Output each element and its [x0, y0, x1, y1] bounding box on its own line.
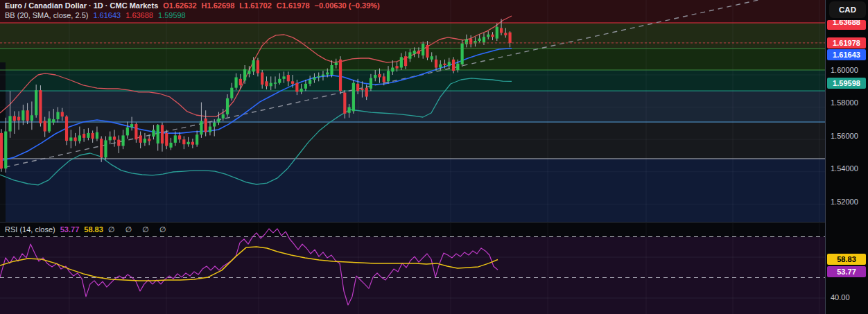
candle-body [383, 76, 385, 82]
candle-body [83, 134, 85, 138]
candle-body [100, 139, 103, 157]
candle-body [343, 93, 346, 114]
candle-body [257, 60, 259, 73]
currency-button[interactable]: CAD [829, 1, 866, 18]
symbol-title[interactable]: Euro / Canadian Dollar · 1D · CMC Market… [5, 1, 158, 10]
candle-body [52, 119, 55, 123]
candle-body [134, 124, 137, 139]
candle-body [496, 27, 498, 39]
rsi-pane-svg[interactable] [0, 223, 825, 314]
candle-body [117, 140, 120, 146]
candle-body [426, 45, 428, 58]
candle-body [161, 125, 164, 143]
rsi-ma-badge: 58.83 [827, 254, 866, 265]
candle-body [318, 76, 320, 78]
main-chart-svg[interactable] [0, 0, 825, 223]
price-tick-label: 1.52000 [831, 198, 858, 206]
price-axis[interactable]: CAD 1.600001.580001.560001.540001.520004… [825, 0, 868, 314]
candle-body [456, 64, 459, 70]
candle-body [278, 79, 281, 83]
candle-body [443, 64, 446, 65]
candle-body [339, 60, 342, 91]
price-zone [0, 159, 825, 223]
candle-body [157, 125, 159, 143]
candle-body [400, 57, 403, 67]
rsi-band-fill [0, 237, 825, 314]
rsi-ma-value: 58.83 [84, 225, 103, 234]
candle-body [121, 135, 124, 146]
pane-separator[interactable] [0, 222, 868, 223]
candle-body [209, 127, 211, 132]
bb-indicator-legend[interactable]: BB (20, SMA, close, 2.5) 1.61643 1.63688… [5, 11, 186, 20]
bb-middle-value: 1.61643 [93, 11, 121, 20]
candle-body [44, 121, 46, 131]
rsi-empty-values: ∅ ∅ ∅ ∅ [108, 225, 171, 234]
bb-middle-badge: 1.61643 [827, 49, 866, 60]
candle-body [87, 133, 89, 138]
candle-body [213, 123, 216, 127]
candle-body [200, 121, 202, 134]
candle-body [352, 83, 355, 112]
candle-body [234, 77, 237, 87]
candle-body [69, 137, 72, 141]
candle-body [395, 66, 398, 68]
candle-body [309, 80, 311, 84]
candle-body [370, 78, 372, 89]
candle-body [365, 88, 368, 97]
candle-body [239, 79, 242, 85]
rsi-indicator-legend[interactable]: RSI (14, close) 53.77 58.83 ∅ ∅ ∅ ∅ [5, 225, 170, 234]
candle-body [391, 68, 394, 72]
candle-body [148, 139, 150, 141]
candle-body [169, 143, 172, 148]
candle-body [21, 110, 24, 120]
candle-body [130, 124, 133, 128]
candle-body [152, 130, 155, 137]
candle-body [92, 133, 94, 139]
rsi-label[interactable]: RSI (14, close) [5, 225, 55, 234]
candle-body [439, 64, 442, 68]
last-price-badge: 1.61978 [827, 37, 866, 49]
symbol-legend[interactable]: Euro / Canadian Dollar · 1D · CMC Market… [5, 1, 380, 10]
candle-body [226, 98, 229, 114]
rsi-value-badge: 53.77 [827, 266, 866, 277]
candle-body [35, 90, 37, 115]
candle-body [187, 142, 190, 144]
candle-body [361, 89, 363, 90]
candle-body [335, 63, 338, 65]
candle-body [113, 137, 116, 140]
candle-body [65, 116, 68, 141]
candle-body [431, 56, 433, 60]
candle-body [487, 35, 489, 37]
candle-body [139, 135, 142, 142]
candle-body [0, 133, 3, 168]
candle-body [374, 75, 376, 78]
candle-body [31, 115, 33, 121]
trading-app: Euro / Canadian Dollar · 1D · CMC Market… [0, 0, 868, 314]
candle-body [313, 77, 315, 79]
candle-body [104, 140, 107, 157]
candle-body [26, 110, 29, 121]
candle-body [322, 75, 324, 76]
bb-upper-badge: 1.63688 [827, 20, 866, 30]
candle-body [270, 83, 272, 87]
candle-body [265, 81, 268, 86]
candle-body [13, 116, 16, 121]
price-tick-label: 1.60000 [831, 66, 858, 74]
candle-body [330, 65, 333, 75]
candle-body [96, 132, 98, 139]
candle-body [504, 33, 507, 35]
candle-body [48, 119, 51, 132]
ohlc-close: C1.61978 [277, 1, 310, 10]
price-zone [0, 23, 825, 49]
candle-body [144, 139, 146, 143]
bb-label[interactable]: BB (20, SMA, close, 2.5) [5, 11, 88, 20]
rsi-value: 53.77 [60, 225, 80, 234]
candle-body [417, 51, 420, 54]
candle-body [182, 139, 185, 144]
chart-area[interactable]: Euro / Canadian Dollar · 1D · CMC Market… [0, 0, 825, 314]
candle-body [413, 51, 416, 54]
price-zone [0, 49, 825, 70]
candle-body [248, 71, 250, 74]
candle-body [469, 39, 472, 44]
candle-body [326, 73, 329, 75]
